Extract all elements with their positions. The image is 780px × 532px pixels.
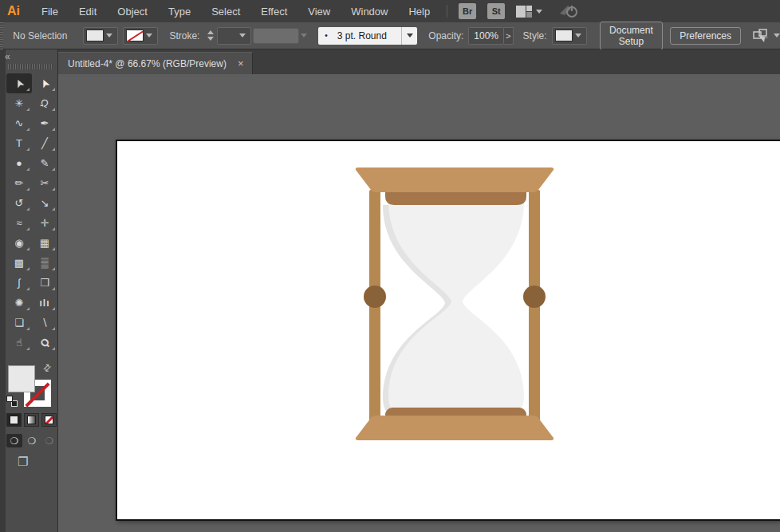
selection-tool-icon: ➤ [11, 77, 26, 90]
hourglass-illustration[interactable] [355, 167, 554, 440]
menu-item-type[interactable]: Type [158, 2, 201, 22]
stepper-up-icon[interactable] [207, 30, 214, 34]
document-tab[interactable]: Untitled-4* @ 66.67% (RGB/Preview) × [58, 52, 253, 74]
rotate-tool-icon: ↺ [15, 197, 24, 209]
fill-color-dropdown[interactable] [83, 27, 118, 45]
document-tab-bar: Untitled-4* @ 66.67% (RGB/Preview) × [58, 49, 780, 74]
blend-tool[interactable]: ❒ [32, 273, 57, 293]
shaper-tool[interactable]: ✏ [6, 173, 32, 193]
shaper-tool-icon: ✏ [15, 177, 24, 189]
width-tool-icon: ≈ [16, 217, 22, 229]
brush-preview-field[interactable] [253, 28, 299, 44]
free-transform-tool[interactable]: ✛ [32, 213, 57, 233]
column-graph-tool[interactable]: ılı [32, 293, 57, 313]
collapse-panel-icon[interactable]: « [5, 51, 10, 62]
menu-item-view[interactable]: View [297, 2, 341, 22]
type-tool-icon: T [16, 137, 22, 149]
selection-tool[interactable]: ➤ [6, 73, 32, 93]
curvature-tool-icon: ∿ [15, 117, 24, 129]
document-setup-button[interactable]: Document Setup [600, 22, 664, 50]
brush-definition-dropdown[interactable]: •3 pt. Round [318, 27, 417, 45]
brush-name: 3 pt. Round [337, 30, 387, 41]
eyedropper-tool[interactable]: ∫ [6, 273, 32, 293]
menu-item-edit[interactable]: Edit [69, 2, 107, 22]
draw-behind-button[interactable]: ❍ [24, 434, 40, 447]
curvature-tool[interactable]: ∿ [6, 113, 32, 133]
opacity-input[interactable]: 100% [468, 27, 504, 45]
illustrator-logo: Ai [7, 4, 20, 18]
artboard-tool-icon: ❏ [14, 317, 24, 329]
shape-builder-tool[interactable]: ◉ [6, 233, 32, 253]
stroke-color-dropdown[interactable] [123, 27, 158, 45]
stroke-weight-dropdown[interactable] [217, 27, 251, 45]
brush-chevron-box[interactable] [401, 27, 417, 45]
opacity-arrow-button[interactable]: > [504, 27, 514, 45]
paintbrush-tool[interactable]: ✎ [32, 153, 57, 173]
direct-selection-tool[interactable]: ➤ [32, 73, 57, 93]
stroke-none-swatch [126, 30, 144, 41]
stroke-weight-stepper[interactable] [207, 30, 214, 41]
magic-wand-tool[interactable]: ✳ [6, 93, 32, 113]
menu-item-effect[interactable]: Effect [250, 2, 297, 22]
brush-dot-icon: • [325, 31, 328, 40]
symbol-sprayer-tool[interactable]: ✺ [6, 293, 32, 313]
menu-item-select[interactable]: Select [201, 2, 250, 22]
pen-tool-icon: ✒ [41, 117, 49, 129]
workspace-switcher-icon[interactable] [516, 6, 532, 18]
brush-definition-value: •3 pt. Round [318, 27, 401, 45]
type-tool[interactable]: T [6, 133, 32, 153]
style-dropdown[interactable] [552, 27, 587, 45]
close-tab-icon[interactable]: × [238, 57, 244, 69]
default-fill-stroke-icon[interactable] [6, 396, 18, 408]
pen-tool[interactable]: ✒ [32, 113, 57, 133]
hourglass-bottom-cap [356, 416, 553, 440]
draw-normal-button[interactable]: ❍ [6, 434, 22, 447]
canvas-area[interactable] [58, 74, 780, 532]
draw-inside-button[interactable]: ❍ [41, 434, 57, 447]
menu-divider [447, 5, 447, 18]
ellipse-tool[interactable]: ● [6, 153, 32, 173]
scale-tool[interactable]: ↘ [32, 193, 57, 213]
lasso-tool[interactable]: Ω [32, 93, 57, 113]
fill-indicator[interactable] [8, 365, 35, 392]
none-button[interactable] [41, 413, 57, 427]
direct-selection-tool-icon: ➤ [37, 77, 52, 90]
menu-item-window[interactable]: Window [341, 2, 398, 22]
artboard-tool[interactable]: ❏ [6, 313, 32, 333]
menu-item-object[interactable]: Object [107, 2, 158, 22]
menu-item-file[interactable]: File [31, 2, 69, 22]
workspace-chevron-icon[interactable] [536, 10, 542, 14]
menu-item-help[interactable]: Help [398, 2, 440, 22]
gradient-tool-icon: ▒ [41, 257, 48, 269]
line-segment-tool[interactable]: ╱ [32, 133, 57, 153]
preferences-button[interactable]: Preferences [670, 27, 741, 45]
rotate-tool[interactable]: ↺ [6, 193, 32, 213]
hourglass-left-knob [364, 286, 386, 308]
perspective-grid-tool[interactable]: ▦ [32, 233, 57, 253]
width-tool[interactable]: ≈ [6, 213, 32, 233]
control-bar: No Selection Stroke: •3 pt. Round Opacit… [0, 22, 780, 49]
panel-dock-strip [0, 49, 6, 532]
stock-button[interactable]: St [487, 3, 505, 19]
gpu-performance-icon[interactable] [558, 4, 579, 18]
bridge-button[interactable]: Br [459, 3, 476, 19]
scissors-tool[interactable]: ✂ [32, 173, 57, 193]
hand-tool-icon: ☝ [16, 337, 22, 349]
color-button[interactable] [6, 413, 22, 427]
stepper-down-icon[interactable] [207, 37, 214, 41]
zoom-tool[interactable]: Ϙ [32, 333, 57, 353]
menu-bar: Ai FileEditObjectTypeSelectEffectViewWin… [0, 0, 780, 22]
hand-tool[interactable]: ☝ [6, 333, 32, 353]
gradient-tool[interactable]: ▒ [32, 253, 57, 273]
chevron-down-icon [407, 33, 413, 37]
swap-fill-stroke-icon[interactable]: ⇄ [41, 361, 54, 374]
mesh-tool[interactable]: ▩ [6, 253, 32, 273]
slice-tool[interactable]: ∖ [32, 313, 57, 333]
control-bar-grip[interactable] [0, 22, 3, 49]
drawing-mode-row: ❍ ❍ ❍ [6, 434, 57, 447]
gradient-button[interactable] [24, 413, 39, 427]
panel-grip[interactable] [8, 64, 53, 69]
brush-preview-chevron-icon[interactable] [301, 33, 307, 37]
select-similar-dropdown[interactable] [752, 29, 780, 43]
change-screen-mode-icon[interactable]: ❐ [18, 455, 28, 469]
